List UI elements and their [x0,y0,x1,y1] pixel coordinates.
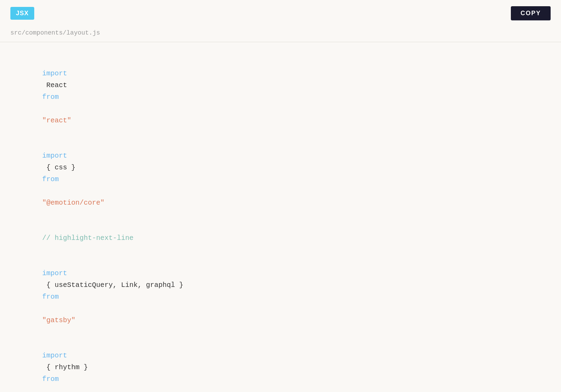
code-block: import React from "react" import { css }… [0,42,561,392]
code-line: import { rhythm } from "../utils/typogra… [17,338,547,392]
jsx-badge: JSX [10,7,34,20]
code-line: import React from "react" [17,56,547,138]
code-line: // highlight-next-line [17,221,547,256]
header-bar: JSX COPY [0,0,561,27]
code-line: import { useStaticQuery, Link, graphql }… [17,256,547,338]
code-container: JSX COPY src/components/layout.js import… [0,0,561,392]
file-path: src/components/layout.js [0,27,561,42]
keyword-import: import [42,69,67,77]
code-line: import { css } from "@emotion/core" [17,138,547,221]
copy-button[interactable]: COPY [511,6,551,20]
